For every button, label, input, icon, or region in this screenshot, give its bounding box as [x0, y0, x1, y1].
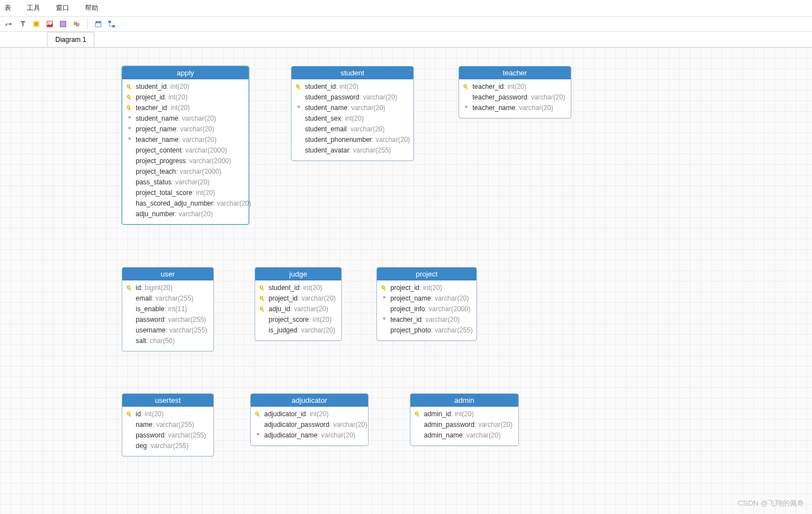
svg-point-54: [256, 412, 257, 413]
entity-admin[interactable]: adminadmin_id: int(20)admin_password: va…: [410, 393, 519, 446]
svg-point-58: [416, 412, 417, 413]
menu-table[interactable]: 表: [4, 3, 11, 13]
svg-rect-49: [383, 317, 386, 320]
column-row[interactable]: project_content: varchar(2000): [126, 145, 245, 156]
column-row[interactable]: project_name: varchar(20): [126, 124, 245, 135]
column-row[interactable]: project_photo: varchar(255): [380, 325, 473, 336]
column-name: username: [136, 325, 165, 336]
column-row[interactable]: student_id: int(20): [295, 82, 410, 92]
column-row[interactable]: student_id: int(20): [126, 82, 245, 92]
column-row[interactable]: adjudicator_name: varchar(20): [254, 430, 365, 441]
column-row[interactable]: teacher_name: varchar(20): [462, 103, 567, 113]
entity-student[interactable]: studentstudent_id: int(20)student_passwo…: [291, 66, 414, 161]
entity-user[interactable]: userid: bigint(20)email: varchar(255)is_…: [122, 267, 214, 351]
column-row[interactable]: teacher_password: varchar(20): [462, 92, 567, 103]
column-row[interactable]: project_id: int(20): [126, 92, 245, 103]
column-row[interactable]: project_name: varchar(20): [380, 293, 473, 304]
column-row[interactable]: project_info: varchar(2000): [380, 304, 473, 315]
entity-apply[interactable]: applystudent_id: int(20)project_id: int(…: [122, 66, 249, 225]
column-type: : varchar(20): [298, 293, 336, 304]
column-name: name: [136, 420, 152, 430]
index-icon: [295, 104, 303, 112]
svg-point-40: [261, 297, 262, 298]
column-row[interactable]: project_score: int(20): [259, 315, 338, 325]
column-row[interactable]: id: bigint(20): [126, 283, 210, 293]
column-row[interactable]: project_id: int(20): [380, 283, 473, 293]
column-row[interactable]: student_sex: int(20): [295, 113, 410, 124]
column-name: teacher_password: [472, 92, 527, 103]
column-row[interactable]: pass_status: varchar(20): [126, 177, 245, 188]
svg-point-34: [128, 286, 129, 287]
column-row[interactable]: student_phonenumber: varchar(20): [295, 135, 410, 145]
svg-point-5: [48, 22, 49, 23]
entity-teacher[interactable]: teacherteacher_id: int(20)teacher_passwo…: [458, 66, 571, 118]
blank-icon: [295, 147, 303, 155]
column-type: : varchar(20): [515, 103, 553, 113]
entity-project[interactable]: projectproject_id: int(20)project_name: …: [376, 267, 477, 341]
column-row[interactable]: student_name: varchar(20): [126, 113, 245, 124]
column-row[interactable]: student_email: varchar(20): [295, 124, 410, 135]
column-type: : varchar(20): [329, 420, 367, 430]
image-tool-icon[interactable]: [45, 19, 55, 29]
column-row[interactable]: id: int(20): [126, 409, 210, 420]
menu-tools[interactable]: 工具: [27, 3, 40, 13]
entity-header: project: [377, 268, 476, 280]
column-name: has_scored_adju_number: [136, 198, 213, 209]
blank-icon: [295, 126, 303, 134]
entity-judge[interactable]: judgestudent_id: int(20)project_id: varc…: [255, 267, 342, 341]
column-row[interactable]: student_password: varchar(20): [295, 92, 410, 103]
menu-window[interactable]: 窗口: [56, 3, 69, 13]
svg-rect-28: [297, 106, 300, 108]
entity-adjudicator[interactable]: adjudicatoradjudicator_id: int(20)adjudi…: [250, 393, 369, 446]
index-icon: [380, 295, 388, 303]
column-type: : varchar(2000): [185, 156, 231, 166]
column-row[interactable]: name: varchar(255): [126, 420, 210, 430]
index-icon: [380, 316, 388, 324]
column-name: project_photo: [390, 325, 431, 336]
column-row[interactable]: email: varchar(255): [126, 293, 210, 304]
view-tool-icon[interactable]: [58, 19, 68, 29]
index-icon: [126, 126, 133, 134]
column-row[interactable]: student_avatar: varchar(255): [295, 145, 410, 156]
column-row[interactable]: project_total_score: int(20): [126, 188, 245, 198]
table-new-icon[interactable]: [93, 19, 103, 29]
column-row[interactable]: is_enable: int(11): [126, 304, 210, 315]
text-tool-icon[interactable]: [18, 19, 28, 29]
column-row[interactable]: adjudicator_password: varchar(20): [254, 420, 365, 430]
tab-diagram-1[interactable]: Diagram 1: [47, 32, 94, 47]
column-row[interactable]: deg: varchar(255): [126, 441, 210, 451]
column-row[interactable]: project_progress: varchar(2000): [126, 156, 245, 166]
diagram-canvas[interactable]: applystudent_id: int(20)project_id: int(…: [0, 47, 812, 514]
column-row[interactable]: teacher_id: int(20): [126, 103, 245, 113]
layer-tool-icon[interactable]: [71, 19, 82, 29]
column-row[interactable]: project_teach: varchar(2000): [126, 166, 245, 177]
column-row[interactable]: is_judged: varchar(20): [259, 325, 338, 336]
column-row[interactable]: has_scored_adju_number: varchar(20): [126, 198, 245, 209]
column-row[interactable]: teacher_id: varchar(20): [380, 315, 473, 325]
cursor-tool-icon[interactable]: [4, 19, 15, 29]
column-row[interactable]: teacher_name: varchar(20): [126, 135, 245, 145]
column-row[interactable]: password: varchar(255): [126, 315, 210, 325]
column-row[interactable]: student_id: int(20): [259, 283, 338, 293]
entity-usertest[interactable]: usertestid: int(20)name: varchar(255)pas…: [122, 393, 214, 456]
column-row[interactable]: project_id: varchar(20): [259, 293, 338, 304]
blank-icon: [126, 442, 133, 450]
svg-rect-12: [112, 25, 115, 27]
tabbar: Diagram 1: [0, 32, 812, 47]
column-row[interactable]: password: varchar(255): [126, 430, 210, 441]
column-row[interactable]: adju_number: varchar(20): [126, 209, 245, 220]
column-row[interactable]: admin_password: varchar(20): [414, 420, 515, 430]
column-row[interactable]: salt: char(50): [126, 336, 210, 346]
column-row[interactable]: student_name: varchar(20): [295, 103, 410, 113]
column-row[interactable]: username: varchar(255): [126, 325, 210, 336]
column-name: admin_name: [424, 430, 462, 441]
column-row[interactable]: teacher_id: int(20): [462, 82, 567, 92]
column-row[interactable]: adju_id: varchar(20): [259, 304, 338, 315]
menu-help[interactable]: 帮助: [85, 3, 98, 13]
table-relation-icon[interactable]: [107, 19, 117, 29]
column-row[interactable]: adjudicator_id: int(20): [254, 409, 365, 420]
blank-icon: [126, 147, 133, 155]
column-row[interactable]: admin_name: varchar(20): [414, 430, 515, 441]
note-tool-icon[interactable]: [31, 19, 41, 29]
column-row[interactable]: admin_id: int(20): [414, 409, 515, 420]
